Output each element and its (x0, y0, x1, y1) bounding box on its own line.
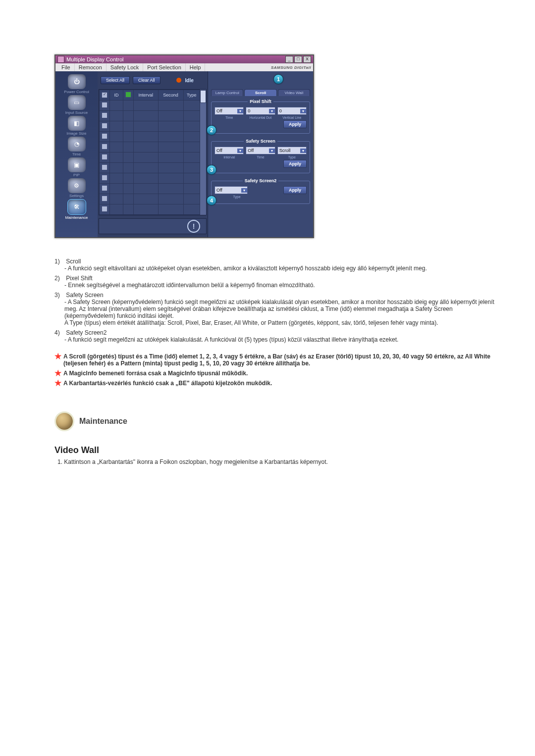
label-time: Time (214, 116, 244, 119)
table-row[interactable] (100, 142, 200, 152)
table-row[interactable] (100, 163, 200, 173)
tabs: Lamp Control Scroll Video Wall (211, 89, 310, 96)
chevron-down-icon[interactable]: ▾ (269, 109, 275, 113)
label-type: Type (277, 155, 307, 159)
menu-file[interactable]: File (57, 63, 75, 71)
label-vline: Vertical Line (277, 116, 307, 119)
table-row[interactable] (100, 101, 200, 111)
step-1: 1. Kattintson a „Karbantartás" ikonra a … (57, 458, 503, 465)
sidebar: ⏻ Power Control ▭ Input Source ◧ Image S… (55, 71, 98, 237)
apply-button[interactable]: Apply (283, 186, 307, 194)
menu-help[interactable]: Help (186, 63, 206, 71)
chevron-down-icon[interactable]: ▾ (237, 109, 243, 113)
note-2: ★ A MagicInfo bemeneti forrása csak a Ma… (54, 370, 503, 377)
note-text: A MagicInfo bemeneti forrása csak a Magi… (63, 370, 248, 377)
row-checkbox[interactable] (102, 206, 107, 212)
table-row[interactable] (100, 194, 200, 204)
menu-safety-lock[interactable]: Safety Lock (107, 63, 143, 71)
combo-hdot[interactable]: 0▾ (246, 107, 275, 115)
row-checkbox[interactable] (102, 196, 107, 202)
doc-item-3: 3) Safety Screen A Safety Screen (képern… (54, 292, 503, 326)
row-checkbox[interactable] (102, 154, 107, 160)
row-checkbox[interactable] (102, 133, 107, 139)
panel-safety-screen2: Safety Screen2 Off▾ Apply Type 4 (211, 178, 310, 204)
status-indicator-icon (176, 78, 181, 83)
note-text: A Karbantartás-vezérlés funkció csak a „… (63, 380, 272, 387)
chevron-down-icon[interactable]: ▾ (241, 188, 247, 193)
col-second[interactable]: Second (158, 90, 183, 101)
table-row[interactable] (100, 121, 200, 132)
combo-type[interactable]: Scroll▾ (277, 147, 307, 154)
note-3: ★ A Karbantartás-vezérlés funkció csak a… (54, 380, 503, 387)
combo-time[interactable]: Off▾ (214, 107, 244, 115)
select-all-button[interactable]: Select All (101, 76, 130, 84)
combo-type[interactable]: Off▾ (214, 186, 248, 194)
col-interval[interactable]: Interval (134, 90, 159, 101)
chevron-down-icon[interactable]: ▾ (300, 109, 306, 113)
menu-port-selection[interactable]: Port Selection (143, 63, 185, 71)
combo-vline[interactable]: 0▾ (277, 107, 307, 115)
chevron-down-icon[interactable]: ▾ (300, 149, 306, 153)
tab-scroll[interactable]: Scroll (244, 89, 276, 96)
table-row[interactable] (100, 184, 200, 194)
apply-button[interactable]: Apply (283, 160, 307, 168)
sidebar-item-label: Input Source (65, 110, 88, 115)
row-checkbox[interactable] (102, 175, 107, 181)
doc-text: A Safety Screen (képernyővédelem) funkci… (64, 299, 503, 326)
brand-logo: SAMSUNG DIGITall (271, 65, 311, 70)
col-type[interactable]: Type (183, 90, 200, 101)
status-text: Idle (185, 78, 194, 83)
minimize-button[interactable]: _ (285, 56, 293, 63)
tab-video-wall[interactable]: Video Wall (278, 89, 310, 96)
scrollbar-thumb[interactable] (200, 90, 206, 103)
grid-scrollbar[interactable] (200, 90, 206, 215)
combo-time[interactable]: Off▾ (246, 147, 275, 154)
sidebar-item-input-source[interactable]: ▭ Input Source (65, 95, 88, 115)
sidebar-item-power-control[interactable]: ⏻ Power Control (64, 74, 89, 94)
col-checkbox[interactable] (100, 90, 110, 101)
close-button[interactable]: X (303, 56, 311, 63)
doc-text: A funkció segít eltávolítani az utóképek… (64, 265, 503, 272)
maximize-button[interactable]: □ (294, 56, 302, 63)
window-title: Multiple Display Control (66, 56, 124, 62)
app-window: Multiple Display Control _ □ X File Remo… (54, 54, 314, 238)
right-panel: 1 Lamp Control Scroll Video Wall Pixel S… (208, 71, 313, 237)
menu-remocon[interactable]: Remocon (75, 63, 107, 71)
sidebar-item-pip[interactable]: ▣ PIP (68, 157, 86, 177)
star-icon: ★ (54, 380, 61, 387)
doc-item-2: 2) Pixel Shift Ennek segítségével a megh… (54, 275, 503, 289)
table-row[interactable] (100, 111, 200, 121)
table-row[interactable] (100, 152, 200, 163)
panel-title: Safety Screen2 (243, 178, 279, 183)
doc-item-1: 1) Scroll A funkció segít eltávolítani a… (54, 258, 503, 272)
col-status[interactable] (123, 90, 134, 101)
sidebar-item-label: Image Size (66, 131, 86, 136)
sidebar-item-settings[interactable]: ⚙ Settings (68, 178, 86, 198)
row-checkbox[interactable] (102, 164, 107, 170)
table-row[interactable] (100, 204, 200, 215)
col-id[interactable]: ID (110, 90, 123, 101)
sidebar-item-image-size[interactable]: ◧ Image Size (66, 116, 86, 136)
doc-num: 4) (54, 329, 64, 336)
chevron-down-icon[interactable]: ▾ (269, 149, 275, 153)
sidebar-item-maintenance[interactable]: 🛠 Maintenance (65, 199, 88, 220)
label-hdot: Horizontal Dot (246, 116, 275, 119)
table-row[interactable] (100, 132, 200, 142)
clear-all-button[interactable]: Clear All (133, 76, 160, 84)
table-row[interactable] (100, 173, 200, 184)
row-checkbox[interactable] (102, 185, 107, 191)
callout-3: 3 (207, 165, 216, 175)
maintenance-section-icon (54, 411, 74, 431)
info-bar: ! (99, 218, 207, 234)
tab-lamp-control[interactable]: Lamp Control (211, 89, 243, 96)
chevron-down-icon[interactable]: ▾ (237, 149, 243, 153)
combo-interval[interactable]: Off▾ (214, 147, 244, 154)
checkbox-icon[interactable] (102, 92, 107, 98)
row-checkbox[interactable] (102, 123, 107, 129)
sidebar-item-time[interactable]: ◔ Time (68, 137, 86, 156)
apply-button[interactable]: Apply (283, 120, 307, 128)
row-checkbox[interactable] (102, 102, 107, 108)
row-checkbox[interactable] (102, 144, 107, 150)
panel-title: Safety Screen (244, 139, 277, 144)
row-checkbox[interactable] (102, 112, 107, 118)
